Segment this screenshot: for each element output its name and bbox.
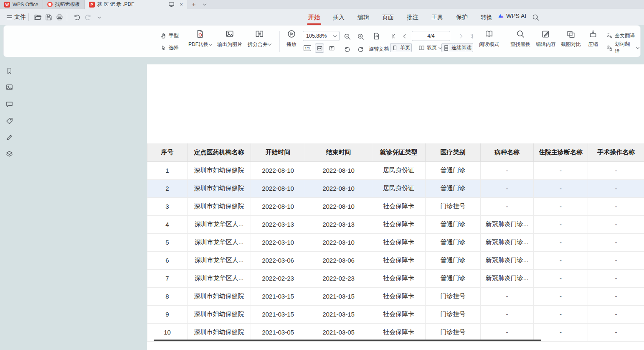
tab-home[interactable]: 开始 bbox=[308, 13, 320, 24]
table-cell: - bbox=[481, 161, 534, 179]
search-icon bbox=[532, 13, 540, 21]
send-to-device-icon[interactable] bbox=[168, 1, 175, 8]
table-cell: 深圳市妇幼保健院 bbox=[188, 197, 251, 215]
tab-comment[interactable]: 批注 bbox=[406, 13, 419, 24]
comments-panel-button[interactable] bbox=[5, 100, 14, 109]
first-page-button[interactable] bbox=[389, 31, 399, 41]
table-cell: 社会保障卡 bbox=[372, 251, 426, 269]
table-cell: 新冠肺炎门诊... bbox=[481, 269, 534, 287]
table-cell: 2021-03-05 bbox=[251, 323, 305, 341]
new-tab-button[interactable]: + bbox=[190, 0, 198, 9]
layers-panel-button[interactable] bbox=[5, 149, 14, 158]
fit-width-icon bbox=[317, 45, 323, 51]
compress-button[interactable]: 压缩 bbox=[583, 29, 603, 48]
column-header: 住院主诊断名称 bbox=[534, 143, 588, 161]
table-cell: 居民身份证 bbox=[372, 161, 426, 179]
docer-icon bbox=[47, 2, 53, 7]
rotate-left-button[interactable] bbox=[342, 44, 352, 54]
split-merge-button[interactable]: 拆分合并 bbox=[246, 29, 273, 48]
find-replace-button[interactable]: 查找替换 bbox=[507, 29, 534, 48]
pdf-convert-button[interactable]: PDF转换 bbox=[186, 29, 214, 48]
hand-tool-button[interactable]: 手型 bbox=[159, 31, 180, 40]
redo-button[interactable] bbox=[83, 12, 93, 23]
read-mode-button[interactable]: 阅读模式 bbox=[476, 29, 502, 48]
table-cell: 深圳市龙华区人... bbox=[188, 233, 251, 251]
table-cell: 社会保障卡 bbox=[372, 287, 426, 305]
table-cell: 社会保障卡 bbox=[372, 269, 426, 287]
table-cell: 2022-08-10 bbox=[251, 179, 305, 197]
tab-list-chevron-icon[interactable] bbox=[200, 0, 209, 9]
fit-page-icon bbox=[329, 45, 335, 51]
save-button[interactable] bbox=[43, 12, 53, 23]
wps-ai-button[interactable]: WPS AI bbox=[498, 13, 526, 19]
table-cell: 2 bbox=[147, 179, 188, 197]
fit-page-button[interactable] bbox=[327, 43, 336, 53]
tab-page[interactable]: 页面 bbox=[382, 13, 394, 24]
double-page-toggle[interactable]: 双页 bbox=[417, 43, 443, 52]
table-cell: 2021-03-15 bbox=[251, 305, 305, 323]
undo-history-chevron-icon[interactable] bbox=[94, 12, 104, 23]
open-file-button[interactable] bbox=[33, 12, 43, 23]
rotate-right-button[interactable] bbox=[355, 44, 365, 54]
fit-width-button[interactable] bbox=[315, 43, 324, 53]
horizontal-scrollbar-thumb[interactable] bbox=[154, 340, 541, 341]
table-cell: - bbox=[588, 179, 644, 197]
go-to-page-button[interactable] bbox=[371, 31, 381, 41]
next-page-button[interactable] bbox=[455, 31, 465, 41]
column-header: 医疗类别 bbox=[426, 143, 481, 161]
tab-document-pdf[interactable]: P 就 医 记 录 .PDF × bbox=[85, 0, 187, 9]
table-cell: 2022-08-10 bbox=[251, 197, 305, 215]
table-cell: 深圳市龙华区人... bbox=[188, 215, 251, 233]
bookmark-icon bbox=[5, 67, 13, 75]
table-cell: - bbox=[588, 215, 644, 233]
thumbnails-panel-button[interactable] bbox=[5, 82, 14, 92]
tab-edit[interactable]: 编辑 bbox=[357, 13, 370, 24]
bookmarks-panel-button[interactable] bbox=[5, 66, 14, 75]
screenshot-compare-button[interactable]: 截图对比 bbox=[558, 29, 584, 48]
last-page-button[interactable] bbox=[466, 31, 476, 41]
tab-convert[interactable]: 转换 bbox=[480, 13, 493, 24]
close-tab-icon[interactable]: × bbox=[180, 1, 183, 8]
zoom-out-button[interactable] bbox=[342, 31, 352, 41]
rotate-document-button[interactable]: 旋转文档 bbox=[369, 46, 389, 53]
zoom-level-dropdown[interactable]: 105.88% bbox=[303, 31, 340, 41]
table-cell: 居民身份证 bbox=[372, 179, 426, 197]
zoom-in-button[interactable] bbox=[355, 31, 365, 41]
table-cell: - bbox=[481, 305, 534, 323]
table-row: 3深圳市妇幼保健院2022-08-102022-08-10社会保障卡门诊挂号--… bbox=[147, 197, 644, 215]
table-cell: 普通门诊 bbox=[426, 233, 481, 251]
tab-docer-templates[interactable]: 找稻壳模板 bbox=[43, 0, 85, 9]
undo-button[interactable] bbox=[72, 12, 82, 23]
single-page-toggle[interactable]: 单页 bbox=[390, 43, 412, 52]
export-as-image-button[interactable]: 输出为图片 bbox=[216, 29, 243, 48]
continuous-read-toggle[interactable]: 连续阅读 bbox=[441, 43, 473, 52]
full-text-translate-button[interactable]: 全文翻译 bbox=[605, 31, 640, 40]
table-cell: 2021-03-05 bbox=[305, 323, 372, 341]
previous-page-button[interactable] bbox=[400, 31, 410, 41]
sign-panel-button[interactable] bbox=[5, 133, 14, 142]
print-button[interactable] bbox=[54, 12, 64, 23]
global-search-button[interactable] bbox=[530, 12, 540, 23]
table-cell: 新冠肺炎门诊... bbox=[481, 233, 534, 251]
table-cell: - bbox=[534, 323, 588, 341]
table-row: 2深圳市妇幼保健院2022-08-102022-08-10居民身份证普通门诊--… bbox=[147, 179, 644, 197]
table-cell: 新冠肺炎门诊... bbox=[481, 251, 534, 269]
actual-size-button[interactable]: 1:1 bbox=[303, 43, 312, 53]
compress-label: 压缩 bbox=[588, 41, 598, 48]
page-number-input[interactable] bbox=[412, 31, 450, 41]
table-cell: - bbox=[534, 179, 588, 197]
tab-tools[interactable]: 工具 bbox=[431, 13, 444, 24]
word-translate-button[interactable]: 划词翻译 bbox=[605, 43, 640, 52]
select-tool-button[interactable]: 选择 bbox=[159, 43, 180, 52]
annotations-panel-button[interactable] bbox=[5, 116, 14, 125]
play-button[interactable]: 播放 bbox=[281, 29, 302, 48]
table-cell: - bbox=[481, 197, 534, 215]
tab-insert[interactable]: 插入 bbox=[332, 13, 345, 24]
edit-content-button[interactable]: 编辑内容 bbox=[532, 29, 559, 48]
file-menu-button[interactable]: 文件 bbox=[5, 12, 28, 23]
tab-wps-office[interactable]: W WPS Office bbox=[0, 0, 43, 9]
edit-content-label: 编辑内容 bbox=[536, 41, 556, 48]
tab-protect[interactable]: 保护 bbox=[456, 13, 468, 24]
divider bbox=[28, 13, 29, 21]
read-mode-label: 阅读模式 bbox=[479, 41, 499, 48]
